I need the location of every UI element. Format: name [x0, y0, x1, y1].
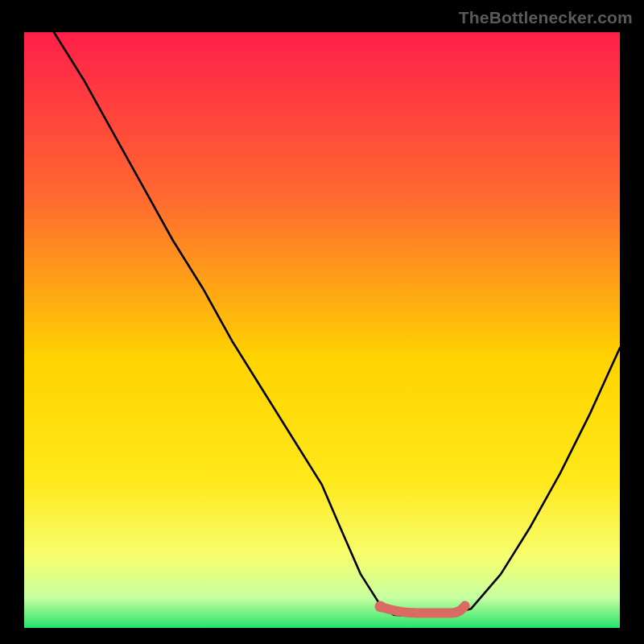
selected-point-marker [375, 601, 386, 612]
gradient-background [24, 32, 620, 628]
chart-svg [24, 32, 620, 628]
chart-frame: TheBottlenecker.com [0, 8, 644, 644]
watermark-text: TheBottlenecker.com [459, 8, 633, 27]
chart-plot-area [24, 32, 620, 628]
